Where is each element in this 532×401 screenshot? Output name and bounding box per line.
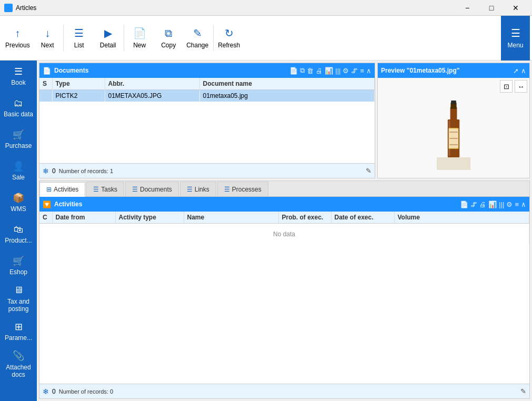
activities-table-container: C Date from Activity type Name Prob. of …	[39, 212, 529, 384]
act-barcode-icon[interactable]: |||	[499, 200, 504, 208]
new-button[interactable]: 📄 New	[125, 19, 154, 56]
act-records-label: Number of records: 0	[59, 388, 517, 395]
tab-processes[interactable]: ☰ Processes	[217, 182, 268, 196]
sidebar-item-sale[interactable]: 👤 Sale	[0, 155, 37, 187]
doc-barcode-icon[interactable]: |||	[335, 67, 340, 75]
detail-button[interactable]: ▶ Detail	[94, 19, 123, 56]
preview-collapse-icon[interactable]: ∧	[521, 67, 526, 75]
sale-icon: 👤	[13, 161, 24, 173]
table-row[interactable]: PICTK2 01METAXA05.JPG 01metaxa05.jpg	[39, 90, 375, 102]
menu-button[interactable]: ☰ Menu	[501, 16, 530, 61]
list-button[interactable]: ☰ List	[65, 19, 94, 56]
preview-fit-button[interactable]: ↔	[515, 80, 527, 93]
sidebar-item-parame-label: Parame...	[5, 334, 32, 342]
refresh-icon: ↻	[225, 27, 234, 39]
basic-data-icon: 🗂	[14, 98, 23, 109]
attached-docs-icon: 📎	[13, 350, 24, 362]
doc-delete-icon[interactable]: 🗑	[307, 67, 314, 75]
doc-new-icon[interactable]: 📄	[289, 67, 298, 75]
act-col-prob: Prob. of exec.	[278, 212, 331, 224]
next-button[interactable]: ↓ Next	[33, 19, 62, 56]
act-collapse-icon[interactable]: ∧	[521, 200, 526, 208]
docs-records-label: Number of records: 1	[59, 168, 363, 174]
sidebar-item-sale-label: Sale	[12, 174, 25, 181]
sidebar-item-basic-data-label: Basic data	[4, 111, 33, 118]
app-icon	[4, 4, 13, 12]
documents-header-icon: 📄	[43, 67, 51, 75]
preview-panel-header: Preview "01metaxa05.jpg" ➚ ∧	[378, 63, 529, 78]
svg-rect-4	[451, 101, 456, 104]
cell-type: PICTK2	[52, 90, 105, 102]
act-edit-icon[interactable]: ✎	[520, 387, 526, 395]
doc-attach-icon[interactable]: 🖇	[351, 67, 358, 75]
doc-print-icon[interactable]: 🖨	[316, 67, 323, 75]
tab-tasks[interactable]: ☰ Tasks	[86, 182, 124, 196]
doc-collapse-icon[interactable]: ∧	[366, 67, 372, 75]
docs-count: 0	[52, 167, 56, 175]
sidebar-item-tax-posting[interactable]: 🖥 Tax and posting	[0, 282, 37, 316]
preview-panel: Preview "01metaxa05.jpg" ➚ ∧ ⊡ ↔	[377, 63, 530, 178]
sidebar-item-eshop[interactable]: 🛒 Eshop	[0, 250, 37, 282]
activities-footer: ❄ 0 Number of records: 0 ✎	[39, 384, 529, 398]
act-new-icon[interactable]: 📄	[460, 200, 468, 208]
close-button[interactable]: ✕	[504, 0, 528, 16]
act-menu-icon[interactable]: ≡	[515, 200, 519, 208]
activities-header-icons: 📄 🖇 🖨 📊 ||| ⚙ ≡ ∧	[460, 200, 526, 208]
documents-table-container: S Type Abbr. Document name PICTK2 01META…	[39, 78, 375, 163]
svg-rect-2	[450, 107, 457, 122]
list-icon: ☰	[74, 27, 84, 39]
sidebar-item-product[interactable]: 🛍 Product...	[0, 218, 37, 250]
previous-button[interactable]: ↑ Previous	[2, 19, 33, 56]
change-button[interactable]: ✎ Change	[183, 19, 212, 56]
sidebar-item-wms[interactable]: 📦 WMS	[0, 187, 37, 218]
tab-links[interactable]: ☰ Links	[180, 182, 216, 196]
sidebar-item-wms-label: WMS	[11, 205, 26, 213]
preview-content: ⊡ ↔	[378, 78, 529, 178]
window-controls: − □ ✕	[455, 0, 528, 16]
parame-icon: ⊞	[15, 322, 23, 333]
tab-activities[interactable]: ⊞ Activities	[39, 182, 85, 197]
eshop-icon: 🛒	[13, 256, 24, 267]
cell-abbr: 01METAXA05.JPG	[105, 90, 199, 102]
preview-expand-icon[interactable]: ➚	[513, 67, 519, 75]
act-attach-icon[interactable]: 🖇	[470, 200, 477, 208]
next-icon: ↓	[45, 27, 50, 39]
cell-s	[39, 90, 52, 102]
doc-menu-icon[interactable]: ≡	[360, 67, 364, 75]
act-chart-icon[interactable]: 📊	[488, 200, 497, 208]
sidebar-item-purchase[interactable]: 🛒 Purchase	[0, 124, 37, 155]
sidebar-item-purchase-label: Purchase	[5, 142, 32, 149]
documents-panel-header: 📄 Documents 📄 ⧉ 🗑 🖨 📊 ||| ⚙ 🖇 ≡ ∧	[39, 63, 375, 78]
sidebar-item-attached-docs[interactable]: 📎 Attached docs	[0, 347, 37, 382]
documents-panel-title: Documents	[54, 67, 286, 74]
previous-icon: ↑	[15, 27, 20, 39]
book-icon: ☰	[14, 66, 23, 78]
act-col-type: Activity type	[115, 212, 184, 224]
sidebar-item-book[interactable]: ☰ Book	[0, 61, 37, 92]
act-print-icon[interactable]: 🖨	[479, 200, 486, 208]
maximize-button[interactable]: □	[479, 0, 504, 16]
new-label: New	[133, 42, 146, 49]
next-label: Next	[41, 42, 54, 49]
minimize-button[interactable]: −	[455, 0, 479, 16]
doc-settings-icon[interactable]: ⚙	[343, 67, 349, 75]
sidebar-item-product-label: Product...	[5, 237, 32, 244]
doc-chart-icon[interactable]: 📊	[325, 67, 333, 75]
docs-edit-icon[interactable]: ✎	[366, 167, 372, 175]
product-icon: 🛍	[14, 224, 23, 236]
tab-documents[interactable]: ☰ Documents	[125, 182, 179, 196]
activities-filter-icon: 🔽	[43, 200, 51, 208]
documents-panel: 📄 Documents 📄 ⧉ 🗑 🖨 📊 ||| ⚙ 🖇 ≡ ∧	[39, 63, 375, 178]
documents-table: S Type Abbr. Document name PICTK2 01META…	[39, 78, 375, 102]
sidebar-item-basic-data[interactable]: 🗂 Basic data	[0, 92, 37, 124]
detail-icon: ▶	[104, 27, 112, 39]
preview-fullscreen-button[interactable]: ⊡	[500, 80, 513, 93]
sidebar-item-parame[interactable]: ⊞ Parame...	[0, 316, 37, 347]
menu-icon: ☰	[511, 27, 520, 39]
act-settings-icon[interactable]: ⚙	[506, 200, 513, 208]
doc-copy-icon[interactable]: ⧉	[300, 66, 305, 75]
refresh-button[interactable]: ↻ Refresh	[215, 19, 244, 56]
separator-3	[213, 25, 214, 51]
copy-button[interactable]: ⧉ Copy	[154, 19, 183, 56]
list-label: List	[74, 42, 84, 49]
